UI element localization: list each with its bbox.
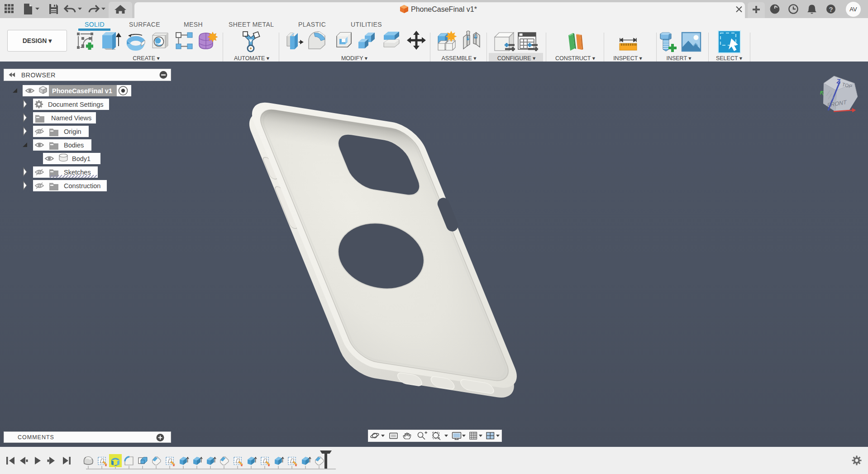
svg-text:Construction: Construction [64,182,100,190]
svg-text:Origin: Origin [64,128,81,135]
svg-text:Bodies: Bodies [64,142,84,149]
svg-text:Named Views: Named Views [51,114,91,122]
svg-text:Document Settings: Document Settings [48,101,104,108]
svg-text:Body1: Body1 [72,155,91,162]
svg-text:?: ? [829,5,833,13]
svg-text:PhoneCaseFinal v1: PhoneCaseFinal v1 [52,87,112,95]
svg-text:Sketches: Sketches [64,169,91,176]
